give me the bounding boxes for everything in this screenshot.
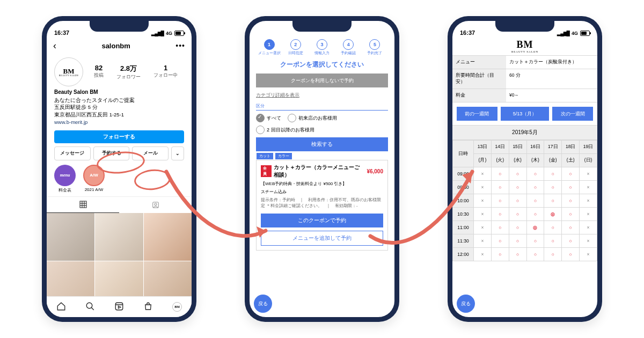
slot-available[interactable]: ○ (491, 208, 509, 221)
stat-column[interactable]: 2.8万フォロワー (116, 64, 141, 80)
slot-available[interactable]: ○ (491, 248, 509, 261)
coupon-conditions: 提示条件：予約時 ｜ 利用条件：併用不可、既存のお客様限定 ＊料金詳細ご確認くだ… (261, 197, 383, 209)
slot-available[interactable]: ○ (509, 248, 526, 261)
search-button[interactable]: 検索する (256, 137, 388, 151)
radio-first-visit[interactable]: 初来店のお客様用 (288, 114, 337, 122)
clock: 16:37 (460, 30, 475, 36)
slot-available[interactable]: ○ (526, 181, 544, 194)
slot-available[interactable]: ○ (544, 221, 562, 234)
prev-week-button[interactable]: 前の一週間 (457, 107, 497, 121)
coupon-badge: 全員 (261, 165, 272, 177)
slot-available[interactable]: ◎ (526, 221, 544, 234)
svg-marker-11 (119, 306, 121, 308)
shop-icon[interactable] (143, 302, 153, 312)
category-detail-link[interactable]: カテゴリ詳細を表示 (256, 92, 388, 99)
svg-rect-0 (80, 201, 86, 208)
signal-bars-icon: ▂▄▆█ (151, 31, 164, 36)
slot-available[interactable]: ○ (526, 234, 544, 248)
highlight-story[interactable]: menu料金表 (54, 165, 76, 193)
use-coupon-button[interactable]: このクーポンで予約 (261, 214, 383, 227)
back-fab[interactable]: 戻る (254, 295, 272, 313)
slot-available[interactable]: ○ (544, 194, 562, 208)
step: 2日時指定 (282, 39, 309, 56)
slot-available[interactable]: ○ (562, 221, 580, 234)
slot-available[interactable]: ○ (509, 194, 526, 208)
profile-username: salonbm (101, 42, 130, 50)
slot-available[interactable]: ○ (562, 208, 580, 221)
no-coupon-button[interactable]: クーポンを利用しないで予約 (256, 74, 388, 87)
slot-available[interactable]: ○ (491, 167, 509, 181)
step: 4予約確認 (335, 39, 362, 56)
slot-available[interactable]: ○ (544, 167, 562, 181)
more-suggestions-button[interactable]: ⌄ (171, 146, 184, 160)
slot-available[interactable]: ○ (562, 248, 580, 261)
slot-available[interactable]: ○ (526, 167, 544, 181)
search-icon[interactable] (85, 302, 95, 312)
highlight-story[interactable]: A/W2021 A/W (83, 165, 105, 193)
follow-button[interactable]: フォローする (54, 130, 184, 143)
slot-available[interactable]: ○ (491, 234, 509, 248)
next-week-button[interactable]: 次の一週間 (552, 107, 593, 121)
signal-bars-icon: ▂▄▆█ (557, 31, 569, 36)
radio-repeat-visit[interactable]: 2 回目以降のお客様用 (256, 126, 314, 134)
slot-available[interactable]: ○ (562, 167, 580, 181)
slot-available[interactable]: ○ (526, 248, 544, 261)
tagged-icon (151, 201, 160, 209)
radio-all[interactable]: すべて (256, 114, 281, 122)
slot-available[interactable]: ○ (562, 181, 580, 194)
network-label: 4G (572, 31, 578, 36)
mail-button[interactable]: メール (132, 146, 169, 160)
slot-available[interactable]: ○ (562, 194, 580, 208)
slot-available[interactable]: ○ (491, 221, 509, 234)
grid-tab[interactable] (47, 197, 119, 213)
profile-tab-icon[interactable]: BM (172, 302, 182, 312)
slot-available[interactable]: ○ (544, 181, 562, 194)
slot-unavailable: × (474, 221, 492, 234)
slot-available[interactable]: ○ (509, 234, 526, 248)
step-indicator: 1メニュー選択2日時指定3情報入力4予約確認5予約完了 (250, 36, 394, 57)
slot-unavailable: × (580, 248, 597, 261)
tagged-tab[interactable] (119, 197, 192, 213)
reserve-button[interactable]: 予約する (93, 146, 130, 160)
section-label: 区分 (256, 102, 388, 111)
phone-coupon-select: 1メニュー選択2日時指定3情報入力4予約確認5予約完了 クーポンを選択してくださ… (245, 16, 399, 322)
slot-unavailable: × (474, 248, 492, 261)
message-button[interactable]: メッセージ (54, 146, 91, 160)
stat-column[interactable]: 1フォロー中 (153, 64, 178, 80)
profile-avatar[interactable]: BM BEAUTY SALON (54, 57, 83, 86)
profile-display-name: Beauty Salon BM (54, 89, 184, 97)
slot-available[interactable]: ○ (509, 221, 526, 234)
slot-available[interactable]: ○ (509, 167, 526, 181)
post-thumbnail[interactable] (144, 213, 192, 261)
post-thumbnail[interactable] (47, 213, 94, 261)
slot-available[interactable]: ○ (562, 234, 580, 248)
reels-icon[interactable] (114, 302, 124, 312)
slot-available[interactable]: ○ (509, 208, 526, 221)
post-thumbnail[interactable] (95, 213, 143, 261)
slot-available[interactable]: ○ (544, 248, 562, 261)
back-fab[interactable]: 戻る (457, 295, 475, 313)
profile-link[interactable]: www.b-merit.jp (54, 119, 184, 126)
coupon-subtitle: スチーム込み (261, 189, 383, 195)
slot-available[interactable]: ○ (491, 181, 509, 194)
slot-unavailable: × (474, 181, 492, 194)
slot-available[interactable]: ○ (526, 194, 544, 208)
booking-summary: メニューカット＋カラー（炭酸泉付き）所要時間合計（目安）60 分料金¥0～ (452, 55, 597, 102)
clock: 16:37 (54, 30, 69, 36)
grid-icon (79, 200, 87, 209)
svg-point-6 (155, 203, 157, 205)
slot-unavailable: × (580, 194, 597, 208)
slot-available[interactable]: ○ (509, 181, 526, 194)
svg-line-8 (91, 307, 94, 310)
slot-available[interactable]: ◎ (544, 208, 562, 221)
add-menu-button[interactable]: メニューを追加して予約 (261, 231, 383, 246)
current-date-button[interactable]: 5/13（月） (501, 107, 550, 121)
slot-available[interactable]: ○ (544, 234, 562, 248)
slot-available[interactable]: ○ (526, 208, 544, 221)
home-icon[interactable] (56, 302, 66, 312)
back-icon[interactable]: ‹ (53, 40, 56, 52)
slot-available[interactable]: ○ (491, 194, 509, 208)
stat-column[interactable]: 82投稿 (94, 64, 104, 80)
more-icon[interactable]: ••• (175, 41, 185, 50)
post-grid (47, 213, 192, 310)
